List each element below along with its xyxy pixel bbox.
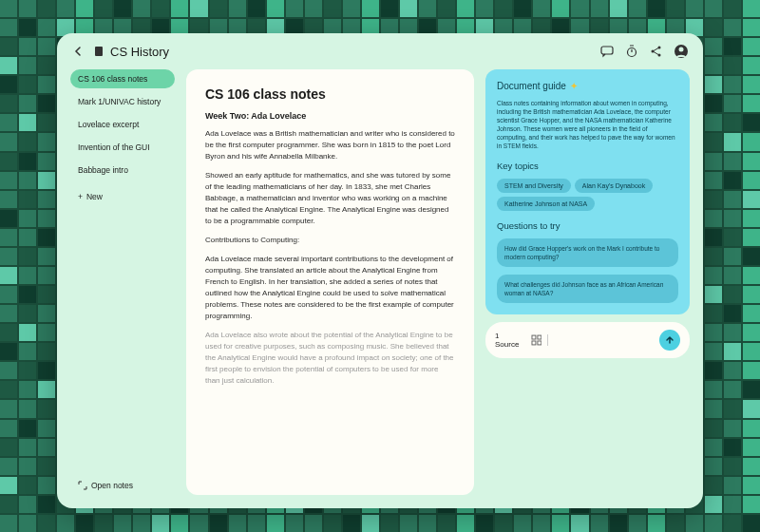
- document-title: CS 106 class notes: [205, 86, 455, 102]
- topic-chip[interactable]: Alan Kay's Dynabook: [575, 179, 653, 193]
- grid-icon[interactable]: [531, 334, 542, 346]
- divider: [547, 334, 548, 346]
- sidebar-item-cs106[interactable]: CS 106 class notes: [70, 69, 175, 88]
- document-guide: Document guide ✦ Class notes containing …: [485, 69, 690, 314]
- sidebar-item-mark1[interactable]: Mark 1/UNIVAC history: [70, 92, 175, 111]
- guide-panel: Document guide ✦ Class notes containing …: [485, 69, 690, 495]
- sidebar-item-babbage[interactable]: Babbage intro: [70, 161, 175, 180]
- guide-title-text: Document guide: [497, 81, 566, 91]
- svg-rect-11: [537, 341, 541, 345]
- document-paragraph: Showed an early aptitude for mathematics…: [205, 170, 455, 227]
- document-paragraph: Ada Lovelace was a British mathematician…: [205, 128, 455, 162]
- svg-rect-8: [532, 335, 536, 339]
- document-paragraph: Contributions to Computing:: [205, 235, 455, 246]
- topic-chip[interactable]: STEM and Diversity: [497, 179, 571, 193]
- plus-icon: +: [78, 192, 83, 201]
- page-title-text: CS History: [110, 45, 169, 59]
- question-item[interactable]: What challenges did Johnson face as an A…: [497, 275, 678, 303]
- document-subtitle: Week Two: Ada Lovelace: [205, 111, 455, 121]
- sidebar-item-gui[interactable]: Invention of the GUI: [70, 138, 175, 157]
- sidebar: CS 106 class notes Mark 1/UNIVAC history…: [70, 69, 175, 495]
- svg-rect-0: [95, 47, 103, 56]
- svg-rect-1: [601, 47, 613, 54]
- svg-rect-10: [532, 341, 536, 345]
- share-icon[interactable]: [648, 43, 665, 60]
- sidebar-item-lovelace[interactable]: Lovelace excerpt: [70, 115, 175, 134]
- chat-input-bar: 1 Source: [485, 322, 690, 358]
- source-count[interactable]: 1 Source: [495, 332, 525, 349]
- back-button[interactable]: [70, 44, 86, 59]
- comment-icon[interactable]: [598, 43, 616, 60]
- chat-input[interactable]: [554, 335, 654, 344]
- document-panel: CS 106 class notes Week Two: Ada Lovelac…: [186, 69, 474, 495]
- document-paragraph: Ada Lovelace made several important cont…: [205, 254, 455, 322]
- svg-rect-9: [537, 335, 541, 339]
- questions-label: Questions to try: [497, 220, 678, 231]
- app-window: CS History CS 106 class notes Mark 1/UNI…: [57, 33, 703, 508]
- page-title: CS History: [93, 45, 169, 59]
- new-note-label: New: [86, 192, 103, 201]
- key-topics-label: Key topics: [497, 161, 678, 171]
- document-paragraph: Ada Lovelace also wrote about the potent…: [205, 330, 455, 387]
- open-notes-button[interactable]: Open notes: [70, 476, 175, 495]
- new-note-button[interactable]: + New: [70, 187, 175, 206]
- sparkle-icon: ✦: [570, 81, 578, 91]
- expand-icon: [78, 481, 87, 490]
- topic-chips: STEM and Diversity Alan Kay's Dynabook K…: [497, 179, 678, 211]
- notebook-icon: [93, 46, 104, 57]
- guide-title: Document guide ✦: [497, 81, 678, 91]
- svg-point-7: [679, 48, 684, 52]
- question-item[interactable]: How did Grace Hopper's work on the Mark …: [497, 238, 678, 267]
- topic-chip[interactable]: Katherine Johnson at NASA: [497, 197, 595, 211]
- send-button[interactable]: [659, 330, 680, 351]
- header: CS History: [57, 33, 703, 69]
- guide-description: Class notes containing information about…: [497, 99, 678, 151]
- open-notes-label: Open notes: [91, 481, 133, 490]
- avatar[interactable]: [673, 43, 690, 60]
- main-content: CS 106 class notes Mark 1/UNIVAC history…: [57, 69, 703, 508]
- timer-icon[interactable]: [623, 43, 640, 60]
